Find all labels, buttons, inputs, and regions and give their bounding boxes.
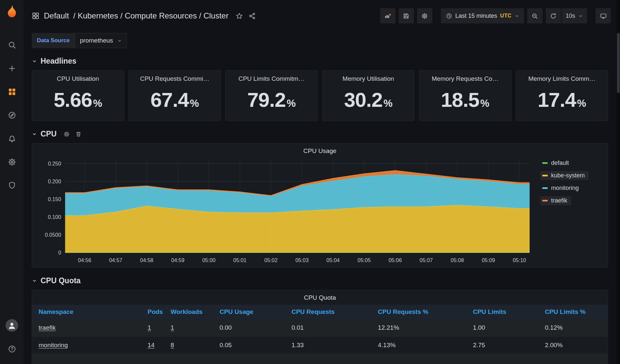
compass-icon: [8, 111, 16, 120]
svg-text:05:10: 05:10: [513, 257, 526, 263]
kube-system-series-swatch: [542, 175, 548, 176]
top-navbar: Default / Kubernetes / Compute Resources…: [24, 0, 620, 32]
row-settings-gear-icon[interactable]: [63, 131, 70, 137]
sidebar-item-help[interactable]: ?: [4, 341, 20, 357]
star-icon[interactable]: [235, 12, 243, 20]
headlines-stats-row: CPU Utilisation 5.66% CPU Requests Commi…: [32, 70, 608, 121]
time-range-picker[interactable]: Last 15 minutes UTC: [441, 8, 524, 23]
table-header-row: Namespace Pods Workloads CPU Usage CPU R…: [32, 305, 608, 319]
scrollbar-thumb[interactable]: [617, 33, 620, 93]
save-dashboard-button[interactable]: [399, 8, 414, 23]
shield-icon: [8, 181, 16, 190]
traefik-series-swatch: [542, 200, 548, 201]
panel-title: CPU Quota: [32, 294, 608, 301]
chevron-down-icon: [32, 278, 37, 284]
svg-text:04:58: 04:58: [140, 257, 153, 263]
cell-namespace-link[interactable]: monitoring: [32, 337, 144, 354]
bell-icon: [8, 134, 16, 143]
timezone-label: UTC: [500, 13, 511, 19]
cell-workloads-link[interactable]: 8: [167, 337, 216, 354]
user-avatar[interactable]: [6, 319, 18, 332]
cell-cpu-limits: 2.75: [470, 337, 542, 354]
svg-text:05:09: 05:09: [482, 257, 495, 263]
sidebar-nav: [4, 37, 20, 193]
sidebar-item-alerting[interactable]: [4, 131, 20, 146]
table-row: monitoring 14 8 0.05 1.33 4.13% 2.75 2.0…: [32, 337, 608, 354]
svg-text:05:02: 05:02: [264, 257, 277, 263]
cpu-usage-chart[interactable]: 00.05000.1000.1500.2000.25004:5604:5704:…: [37, 155, 536, 266]
clock-icon: [446, 13, 452, 19]
variable-label: Data Source: [32, 33, 75, 48]
sidebar: ?: [0, 0, 24, 364]
row-delete-trash-icon[interactable]: [75, 131, 82, 137]
chevron-down-icon: [117, 38, 122, 43]
col-cpu-usage[interactable]: CPU Usage: [216, 305, 288, 319]
add-panel-button[interactable]: [380, 8, 395, 23]
section-header-cpu-quota[interactable]: CPU Quota: [32, 276, 608, 285]
cell-cpu-requests-pct: 12.21%: [375, 319, 470, 337]
svg-text:0.100: 0.100: [48, 214, 61, 220]
cpu-quota-panel: CPU Quota Namespace Pods Workloads CPU U…: [32, 290, 608, 364]
breadcrumb-folder[interactable]: Default: [44, 11, 69, 20]
cell-cpu-limits: 1.00: [470, 319, 542, 337]
datasource-picker[interactable]: prometheus: [75, 33, 127, 48]
zoom-out-button[interactable]: [527, 8, 542, 23]
legend-label: default: [551, 160, 569, 167]
sidebar-item-server-admin[interactable]: [4, 177, 20, 193]
main-area: Default / Kubernetes / Compute Resources…: [24, 0, 620, 364]
sidebar-item-create[interactable]: [4, 60, 20, 76]
svg-text:05:07: 05:07: [419, 257, 433, 263]
col-cpu-limits[interactable]: CPU Limits: [470, 305, 542, 319]
time-range-label: Last 15 minutes: [455, 13, 497, 19]
chart-legend: defaultkube-systemmonitoringtraefik: [536, 155, 603, 266]
monitoring-series-swatch: [542, 187, 548, 189]
col-namespace[interactable]: Namespace: [32, 305, 144, 319]
legend-item-default[interactable]: default: [540, 159, 573, 167]
legend-item-kube-system[interactable]: kube-system: [540, 171, 589, 180]
svg-text:04:57: 04:57: [109, 257, 122, 263]
breadcrumb-dashboard: / Kubernetes / Compute Resources / Clust…: [73, 11, 229, 20]
dashboard-settings-button[interactable]: [417, 8, 432, 23]
refresh-interval-picker[interactable]: 10s: [562, 8, 587, 23]
sidebar-item-configuration[interactable]: [4, 154, 20, 170]
svg-text:0.150: 0.150: [48, 196, 61, 202]
col-cpu-requests[interactable]: CPU Requests: [288, 305, 375, 319]
cell-pods-link[interactable]: 14: [144, 337, 167, 354]
add-panel-icon: [384, 13, 391, 19]
sidebar-item-explore[interactable]: [4, 107, 20, 123]
col-cpu-limits-pct[interactable]: CPU Limits %: [542, 305, 608, 319]
refresh-icon: [550, 13, 557, 19]
datasource-value: prometheus: [80, 37, 113, 44]
table-row-partial: [32, 354, 608, 364]
col-pods[interactable]: Pods: [144, 305, 167, 319]
legend-item-monitoring[interactable]: monitoring: [540, 184, 583, 193]
share-icon[interactable]: [248, 12, 256, 20]
section-header-cpu[interactable]: CPU: [32, 130, 608, 138]
cell-namespace-link[interactable]: traefik: [32, 319, 144, 337]
sidebar-item-dashboards[interactable]: [4, 84, 20, 100]
legend-item-traefik[interactable]: traefik: [540, 196, 571, 205]
svg-text:05:00: 05:00: [202, 257, 215, 263]
chevron-down-icon: [32, 58, 37, 64]
legend-label: traefik: [551, 197, 567, 204]
refresh-button[interactable]: [546, 8, 561, 23]
col-cpu-requests-pct[interactable]: CPU Requests %: [375, 305, 470, 319]
sidebar-item-search[interactable]: [4, 37, 20, 53]
col-workloads[interactable]: Workloads: [167, 305, 216, 319]
scrollbar: [617, 0, 620, 364]
breadcrumb: Default / Kubernetes / Compute Resources…: [32, 11, 256, 20]
svg-text:05:06: 05:06: [388, 257, 402, 263]
stat-value: 17.4%: [538, 90, 586, 110]
section-header-headlines[interactable]: Headlines: [32, 57, 608, 66]
cell-pods-link[interactable]: 1: [144, 319, 167, 337]
sidebar-bottom: ?: [4, 319, 20, 357]
stat-panel-memory-utilisation: Memory Utilisation 30.2%: [322, 70, 415, 121]
cell-workloads-link[interactable]: 1: [167, 319, 216, 337]
cell-cpu-requests: 0.01: [288, 319, 375, 337]
chevron-down-icon: [578, 14, 583, 18]
stat-panel-cpu-utilisation: CPU Utilisation 5.66%: [32, 70, 124, 121]
cycle-view-mode-button[interactable]: [596, 8, 611, 23]
cell-cpu-limits-pct: 2.00%: [542, 337, 608, 354]
variables-row: Data Source prometheus: [32, 33, 608, 48]
grafana-logo[interactable]: [4, 4, 19, 19]
